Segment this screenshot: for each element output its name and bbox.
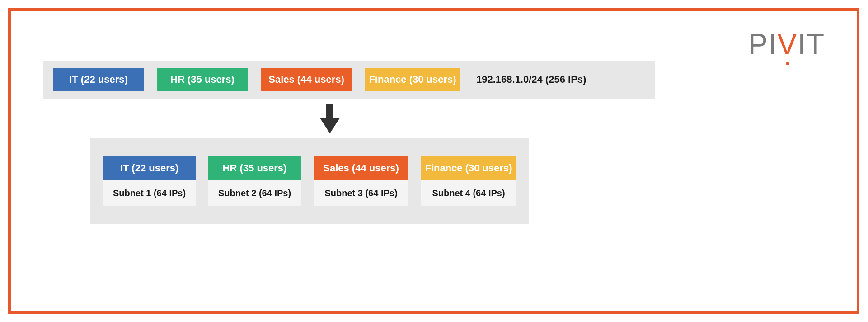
subnet-block-hr: HR (35 users) Subnet 2 (64 IPs) bbox=[208, 156, 301, 206]
subnet-label-2: Subnet 2 (64 IPs) bbox=[208, 180, 301, 206]
svg-marker-1 bbox=[320, 118, 340, 133]
subnet-dept-it: IT (22 users) bbox=[103, 156, 196, 180]
subnet-label-4: Subnet 4 (64 IPs) bbox=[421, 180, 516, 206]
subnet-label-1: Subnet 1 (64 IPs) bbox=[103, 180, 196, 206]
dept-chip-it: IT (22 users) bbox=[53, 68, 144, 91]
svg-rect-0 bbox=[326, 104, 333, 120]
arrow-down-icon bbox=[320, 104, 340, 133]
brand-logo: PIVIT bbox=[748, 30, 825, 59]
network-cidr-label: 192.168.1.0/24 (256 IPs) bbox=[476, 74, 586, 85]
subnet-dept-finance: Finance (30 users) bbox=[421, 156, 516, 180]
logo-text-pi: PI bbox=[748, 28, 777, 61]
logo-dot-icon bbox=[786, 62, 789, 65]
dept-chip-sales: Sales (44 users) bbox=[261, 68, 352, 91]
subnet-dept-hr: HR (35 users) bbox=[208, 156, 301, 180]
logo-text-v: V bbox=[777, 30, 798, 59]
subnet-dept-sales: Sales (44 users) bbox=[314, 156, 408, 180]
subnet-block-finance: Finance (30 users) Subnet 4 (64 IPs) bbox=[421, 156, 516, 206]
subnet-block-sales: Sales (44 users) Subnet 3 (64 IPs) bbox=[314, 156, 408, 206]
subnet-block-it: IT (22 users) Subnet 1 (64 IPs) bbox=[103, 156, 196, 206]
dept-chip-finance: Finance (30 users) bbox=[365, 68, 460, 91]
departments-row: IT (22 users) HR (35 users) Sales (44 us… bbox=[43, 61, 655, 99]
diagram-frame: PIVIT IT (22 users) HR (35 users) Sales … bbox=[8, 8, 859, 314]
logo-text-it: IT bbox=[798, 28, 825, 61]
subnet-label-3: Subnet 3 (64 IPs) bbox=[314, 180, 408, 206]
subnets-row: IT (22 users) Subnet 1 (64 IPs) HR (35 u… bbox=[90, 138, 529, 224]
dept-chip-hr: HR (35 users) bbox=[157, 68, 248, 91]
